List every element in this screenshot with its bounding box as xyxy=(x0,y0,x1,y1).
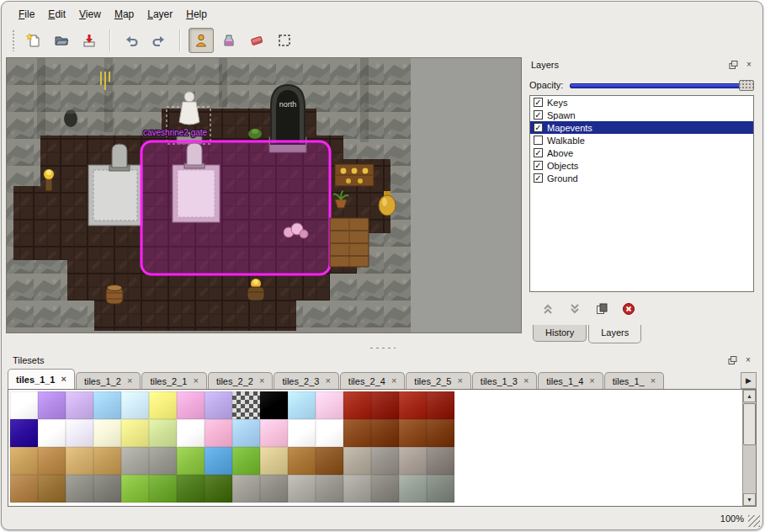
tile-0-15[interactable] xyxy=(427,391,454,419)
tile-0-7[interactable] xyxy=(205,391,232,419)
tile-1-3[interactable] xyxy=(93,419,121,447)
delete-layer-button[interactable] xyxy=(620,301,637,317)
tile-2-0[interactable] xyxy=(10,447,38,475)
tileset-vertical-scrollbar[interactable]: ▲ ▼ xyxy=(742,390,756,506)
layer-row-ground[interactable]: ✓Ground xyxy=(530,172,753,184)
menu-edit[interactable]: Edit xyxy=(41,6,72,23)
tile-1-11[interactable] xyxy=(316,419,343,447)
close-dock-icon[interactable]: × xyxy=(743,59,755,71)
tile-1-8[interactable] xyxy=(232,419,260,447)
tile-0-6[interactable] xyxy=(177,391,205,419)
scrollbar-thumb[interactable] xyxy=(743,403,756,445)
tile-1-13[interactable] xyxy=(371,419,399,447)
tile-2-2[interactable] xyxy=(66,447,93,475)
tile-3-12[interactable] xyxy=(343,475,371,503)
layer-row-above[interactable]: ✓Above xyxy=(530,146,753,159)
tombstone-gray[interactable] xyxy=(109,144,130,171)
resize-grip[interactable] xyxy=(748,515,760,527)
tile-3-7[interactable] xyxy=(205,475,232,503)
tile-3-6[interactable] xyxy=(177,475,205,503)
tile-0-2[interactable] xyxy=(66,391,93,419)
tombstone-pink[interactable] xyxy=(184,143,205,168)
tileset-tab-tiles_2_1[interactable]: tiles_2_1× xyxy=(141,372,206,389)
tab-close-icon[interactable]: × xyxy=(193,376,198,386)
scroll-up-icon[interactable]: ▲ xyxy=(743,390,756,402)
redo-button[interactable] xyxy=(146,28,172,53)
map-canvas[interactable]: north caveshrine2 gate xyxy=(6,57,522,333)
tile-2-3[interactable] xyxy=(93,447,121,475)
crates[interactable] xyxy=(330,218,369,267)
map-image[interactable]: north caveshrine2 gate xyxy=(7,58,411,332)
tile-1-1[interactable] xyxy=(38,419,66,447)
tileset-tab-tiles_2_5[interactable]: tiles_2_5× xyxy=(406,372,470,389)
tile-1-2[interactable] xyxy=(66,419,93,447)
gray-platform[interactable] xyxy=(88,165,142,226)
tile-3-14[interactable] xyxy=(399,475,427,503)
layer-row-spawn[interactable]: ✓Spawn xyxy=(530,109,753,121)
fill-tool-button[interactable] xyxy=(216,28,242,53)
tab-close-icon[interactable]: × xyxy=(259,376,264,386)
tile-2-7[interactable] xyxy=(205,447,232,475)
tile-3-9[interactable] xyxy=(260,475,288,503)
tileset-tab-tiles_1_4[interactable]: tiles_1_4× xyxy=(538,372,603,389)
undo-button[interactable] xyxy=(119,28,144,53)
tile-2-4[interactable] xyxy=(121,447,149,475)
scroll-down-icon[interactable]: ▼ xyxy=(743,493,756,506)
tileset-view[interactable]: ▲ ▼ xyxy=(8,389,757,507)
tab-scroll-right-button[interactable]: ▶ xyxy=(741,372,757,389)
tab-close-icon[interactable]: × xyxy=(61,375,66,384)
tile-1-9[interactable] xyxy=(260,419,288,447)
tile-3-0[interactable] xyxy=(10,475,38,503)
layer-checkbox-above[interactable]: ✓ xyxy=(534,148,543,157)
tab-close-icon[interactable]: × xyxy=(391,376,396,386)
tab-layers[interactable]: Layers xyxy=(588,325,641,343)
tile-0-8[interactable] xyxy=(232,391,260,419)
tileset-tab-tiles_1_3[interactable]: tiles_1_3× xyxy=(472,372,537,389)
map-selection-rect[interactable] xyxy=(141,141,330,274)
tile-1-6[interactable] xyxy=(177,419,205,447)
tileset-tab-tiles_2_3[interactable]: tiles_2_3× xyxy=(274,372,338,389)
layer-checkbox-keys[interactable]: ✓ xyxy=(534,98,543,107)
tile-1-14[interactable] xyxy=(399,419,427,447)
layer-checkbox-ground[interactable]: ✓ xyxy=(534,173,543,183)
tile-1-10[interactable] xyxy=(288,419,316,447)
tile-2-6[interactable] xyxy=(177,447,205,475)
tile-2-1[interactable] xyxy=(38,447,66,475)
opacity-slider-handle[interactable] xyxy=(739,80,754,91)
barrel[interactable] xyxy=(106,285,123,305)
tileset-tab-tiles_2_2[interactable]: tiles_2_2× xyxy=(208,372,273,389)
tile-1-4[interactable] xyxy=(121,419,149,447)
save-button[interactable] xyxy=(77,28,102,53)
tile-2-15[interactable] xyxy=(427,447,454,475)
layer-row-mapevents[interactable]: ✓Mapevents xyxy=(530,121,753,134)
tileset-tab-tiles_1_2[interactable]: tiles_1_2× xyxy=(76,372,141,389)
tile-3-8[interactable] xyxy=(232,475,260,503)
tile-0-1[interactable] xyxy=(38,391,66,419)
tile-2-13[interactable] xyxy=(371,447,399,475)
tab-close-icon[interactable]: × xyxy=(589,376,594,386)
layer-checkbox-spawn[interactable]: ✓ xyxy=(534,110,543,120)
tile-1-7[interactable] xyxy=(205,419,232,447)
menu-view[interactable]: View xyxy=(72,6,108,23)
tile-1-5[interactable] xyxy=(149,419,177,447)
tile-0-14[interactable] xyxy=(399,391,427,419)
tile-1-12[interactable] xyxy=(343,419,371,447)
tile-2-11[interactable] xyxy=(316,447,343,475)
float-dock-icon[interactable] xyxy=(726,354,738,366)
select-tool-button[interactable] xyxy=(272,28,297,53)
tile-2-5[interactable] xyxy=(149,447,177,475)
layer-row-keys[interactable]: ✓Keys xyxy=(530,96,753,109)
tile-3-5[interactable] xyxy=(149,475,177,503)
tile-0-11[interactable] xyxy=(316,391,343,419)
tile-0-9[interactable] xyxy=(260,391,288,419)
tile-0-13[interactable] xyxy=(371,391,399,419)
menu-file[interactable]: File xyxy=(12,6,41,23)
pink-platform[interactable] xyxy=(173,165,220,222)
tile-2-8[interactable] xyxy=(232,447,260,475)
menu-help[interactable]: Help xyxy=(179,6,214,23)
tile-3-15[interactable] xyxy=(427,475,454,503)
tab-close-icon[interactable]: × xyxy=(651,376,656,386)
tab-close-icon[interactable]: × xyxy=(325,376,330,386)
layer-checkbox-mapevents[interactable]: ✓ xyxy=(534,123,543,132)
stamp-tool-button[interactable] xyxy=(189,28,214,53)
